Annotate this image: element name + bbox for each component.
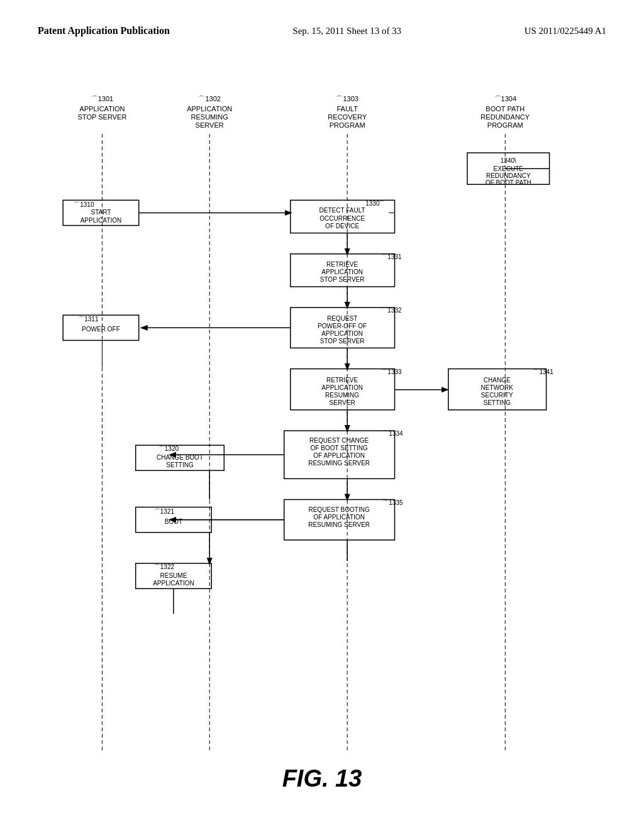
label-1341-4: SETTING: [483, 399, 511, 406]
label-1332-3: APPLICATION: [321, 330, 363, 337]
page-header: Patent Application Publication Sep. 15, …: [0, 0, 644, 36]
label-1311-ref: ⌒1311: [78, 316, 99, 323]
label-1321-ref: ⌒1321: [154, 508, 175, 515]
label-1340-2: REDUNDANCY: [486, 172, 531, 179]
diagram-svg: ⌒1301 APPLICATION STOP SERVER ⌒1302 APPL…: [38, 82, 606, 780]
label-1322-1: RESUME: [160, 572, 187, 579]
label-1341-3: SECURITY: [481, 392, 513, 399]
label-1301-1: APPLICATION: [79, 105, 125, 113]
label-1320-1: CHANGE BOOT: [157, 454, 203, 461]
label-1330-ref: 1330: [365, 200, 380, 207]
figure-label: FIG. 13: [282, 765, 362, 792]
label-1341-2: NETWORK: [481, 384, 514, 391]
label-1332-1: REQUEST: [327, 315, 358, 322]
label-1340-3: OF BOOT PATH: [486, 179, 531, 186]
label-1331-2: APPLICATION: [321, 268, 363, 275]
label-1335-1: REQUEST BOOTING: [308, 506, 370, 513]
label-1333-1: RETRIEVE: [326, 377, 358, 384]
label-1322-ref: ⌒1322: [154, 563, 175, 570]
label-1330-3: OF DEVICE: [325, 223, 359, 230]
ref-1302: ⌒1302: [198, 95, 221, 102]
label-1334-1: REQUEST CHANGE: [309, 437, 369, 444]
label-1303-2: RECOVERY: [328, 113, 367, 121]
label-1335-ref: ⌒1335: [382, 499, 403, 506]
label-1340-ref: 1340\: [501, 157, 516, 164]
label-1304-1: BOOT PATH: [486, 105, 525, 113]
label-1332-ref: ⌒1332: [381, 307, 402, 314]
label-1304-2: REDUNDANCY: [480, 113, 530, 121]
label-1321-1: BOOT: [165, 518, 182, 525]
label-1331-3: STOP SERVER: [320, 276, 365, 283]
label-1334-3: OF APPLICATION: [313, 452, 365, 459]
label-1302-3: SERVER: [196, 121, 224, 129]
ref-1304: ⌒1304: [494, 95, 517, 102]
label-1310-ref: ⌒1310: [74, 201, 94, 208]
label-1333-2: APPLICATION: [321, 384, 363, 391]
label-1332-2: POWER-OFF OF: [318, 323, 367, 329]
ref-1303: ⌒1303: [336, 95, 358, 102]
label-1335-2: OF APPLICATION: [313, 514, 365, 521]
label-1334-ref: ⌒1334: [382, 430, 403, 437]
label-1330-ref2: ⌒: [379, 200, 385, 207]
diagram-container: ⌒1301 APPLICATION STOP SERVER ⌒1302 APPL…: [38, 82, 606, 780]
label-1310-1: START: [91, 209, 111, 216]
label-1310-2: APPLICATION: [80, 217, 122, 224]
label-1335-3: RESUMING SERVER: [308, 521, 370, 528]
ref-1301: ⌒1301: [91, 95, 114, 102]
label-1331-ref: ⌒1331: [381, 253, 402, 260]
label-1341-ref: ⌒1341: [533, 368, 553, 375]
label-1334-2: OF BOOT SETTING: [311, 445, 368, 451]
label-1330-1: DETECT FAULT: [319, 207, 365, 214]
label-1333-ref: ⌒1333: [381, 368, 402, 375]
header-publication: Patent Application Publication: [38, 25, 170, 36]
label-1341-1: CHANGE: [484, 377, 511, 384]
label-1303-3: PROGRAM: [330, 121, 365, 129]
label-1320-2: SETTING: [166, 462, 194, 468]
label-1302-2: RESUMING: [191, 113, 228, 121]
label-1301-2: STOP SERVER: [78, 113, 127, 121]
label-1331-1: RETRIEVE: [326, 261, 358, 268]
label-1304-3: PROGRAM: [487, 121, 523, 129]
label-1303-1: FAULT: [336, 105, 358, 113]
label-1334-4: RESUMING SERVER: [308, 460, 370, 467]
label-1333-3: RESUMING: [325, 392, 359, 399]
label-1333-4: SERVER: [330, 399, 355, 406]
label-1330-2: OCCURRENCE: [319, 215, 365, 222]
label-1311-1: POWER OFF: [82, 326, 120, 333]
header-patent-number: US 2011/0225449 A1: [525, 26, 606, 36]
label-1322-2: APPLICATION: [153, 580, 194, 587]
header-date-sheet: Sep. 15, 2011 Sheet 13 of 33: [292, 26, 401, 36]
label-1332-4: STOP SERVER: [320, 338, 365, 345]
label-1302-1: APPLICATION: [187, 105, 232, 113]
label-1320-ref: ⌒1320: [158, 445, 179, 452]
